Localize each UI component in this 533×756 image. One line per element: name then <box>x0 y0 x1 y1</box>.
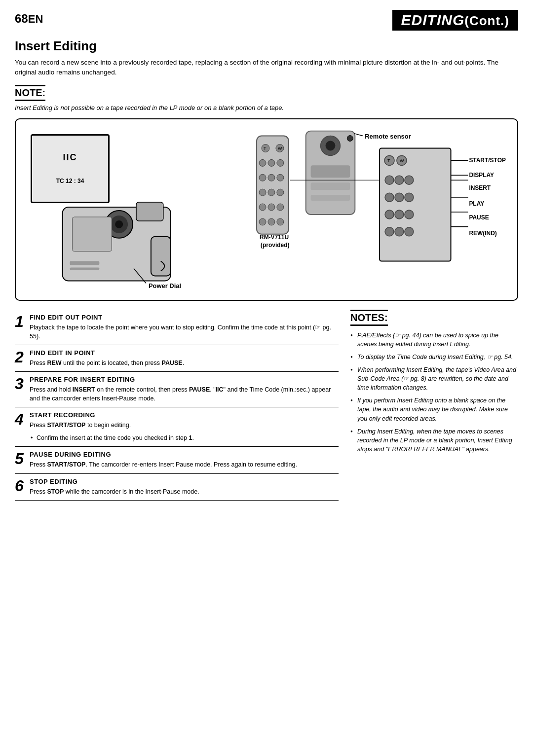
svg-rect-8 <box>73 216 112 251</box>
steps-column: 1 FIND EDIT OUT POINT Playback the tape … <box>15 310 339 502</box>
page-number: 68EN <box>15 10 43 36</box>
svg-text:W: W <box>278 146 282 151</box>
svg-text:INSERT: INSERT <box>469 184 491 191</box>
step-2-title: FIND EDIT IN POINT <box>30 349 339 357</box>
svg-point-47 <box>405 176 414 184</box>
svg-text:W: W <box>400 158 404 163</box>
page-header: 68EN EDITING(Cont.) <box>15 10 518 36</box>
step-2: 2 FIND EDIT IN POINT Press REW until the… <box>15 349 339 372</box>
note-label: NOTE: <box>15 85 45 101</box>
step-1-text: Playback the tape to locate the point wh… <box>30 323 339 341</box>
notes-column: NOTES: P.AE/Effects (☞ pg. 44) can be us… <box>350 310 518 502</box>
step-3: 3 PREPARE FOR INSERT EDITING Press and h… <box>15 376 339 407</box>
step-6-content: STOP EDITING Press STOP while the camcor… <box>30 478 339 496</box>
note-section: NOTE: Insert Editing is not possible on … <box>15 85 518 111</box>
notes-label: NOTES: <box>350 310 388 326</box>
step-5-content: PAUSE DURING EDITING Press START/STOP. T… <box>30 451 339 469</box>
svg-point-3 <box>115 220 123 228</box>
svg-point-46 <box>395 176 404 184</box>
svg-text:Remote sensor: Remote sensor <box>365 132 411 140</box>
section-title: Insert Editing <box>15 38 518 54</box>
svg-text:(provided): (provided) <box>261 241 289 248</box>
svg-point-49 <box>395 193 404 202</box>
note-3: When performing Insert Editing, the tape… <box>350 365 518 392</box>
svg-point-23 <box>268 189 275 196</box>
svg-point-56 <box>405 227 414 236</box>
svg-point-54 <box>385 227 394 236</box>
note-4: If you perform Insert Editing onto a bla… <box>350 396 518 423</box>
svg-point-20 <box>268 174 275 181</box>
svg-text:START/STOP: START/STOP <box>469 157 506 164</box>
svg-text:T: T <box>387 158 390 163</box>
step-3-num: 3 <box>15 376 26 403</box>
step-2-text: Press REW until the point is located, th… <box>30 359 339 367</box>
step-1-title: FIND EDIT OUT POINT <box>30 314 339 321</box>
svg-point-45 <box>385 176 394 184</box>
step-2-content: FIND EDIT IN POINT Press REW until the p… <box>30 349 339 367</box>
svg-rect-7 <box>70 267 100 270</box>
editing-cont-label: EDITING(Cont.) <box>392 10 518 31</box>
step-3-content: PREPARE FOR INSERT EDITING Press and hol… <box>30 376 339 403</box>
svg-text:DISPLAY: DISPLAY <box>469 172 494 179</box>
step-3-title: PREPARE FOR INSERT EDITING <box>30 376 339 383</box>
svg-text:Power Dial: Power Dial <box>149 282 181 289</box>
step-4-bullet: Confirm the insert at the time code you … <box>30 433 339 442</box>
step-6: 6 STOP EDITING Press STOP while the camc… <box>15 478 339 501</box>
svg-text:PLAY: PLAY <box>469 200 484 207</box>
step-4: 4 START RECORDING Press START/STOP to be… <box>15 411 339 447</box>
svg-point-29 <box>268 218 275 225</box>
svg-text:REW(IND): REW(IND) <box>469 229 496 236</box>
svg-point-22 <box>259 189 266 196</box>
step-4-num: 4 <box>15 411 26 442</box>
step-5-text: Press START/STOP. The camcorder re-enter… <box>30 460 339 469</box>
note-5: During Insert Editing, when the tape mov… <box>350 427 518 454</box>
svg-point-48 <box>385 193 394 202</box>
svg-point-17 <box>268 159 275 166</box>
svg-point-30 <box>277 218 284 225</box>
intro-text: You can record a new scene into a previo… <box>15 58 518 78</box>
svg-point-52 <box>395 210 404 218</box>
svg-text:T: T <box>264 146 266 151</box>
svg-rect-34 <box>311 165 350 178</box>
svg-point-28 <box>259 218 266 225</box>
step-4-content: START RECORDING Press START/STOP to begi… <box>30 411 339 442</box>
svg-rect-5 <box>151 236 171 276</box>
svg-rect-36 <box>311 195 350 201</box>
svg-point-53 <box>405 210 414 218</box>
svg-rect-4 <box>136 202 163 221</box>
note-italic-text: Insert Editing is not possible on a tape… <box>15 104 518 111</box>
svg-point-37 <box>347 135 353 141</box>
step-6-num: 6 <box>15 478 26 496</box>
step-2-num: 2 <box>15 349 26 367</box>
step-6-text: Press STOP while the camcorder is in the… <box>30 487 339 496</box>
step-1-content: FIND EDIT OUT POINT Playback the tape to… <box>30 314 339 341</box>
svg-point-25 <box>259 204 266 211</box>
content-area: 1 FIND EDIT OUT POINT Playback the tape … <box>15 310 518 502</box>
svg-text:RM-V711U: RM-V711U <box>260 233 289 240</box>
svg-point-55 <box>395 227 404 236</box>
svg-point-27 <box>277 204 284 211</box>
diagram-svg: Power Dial T W <box>16 119 517 300</box>
svg-point-24 <box>277 189 284 196</box>
step-4-text: Press START/STOP to begin editing. <box>30 421 339 430</box>
svg-rect-6 <box>70 261 100 265</box>
svg-text:PAUSE: PAUSE <box>469 214 489 220</box>
svg-point-33 <box>326 141 336 150</box>
svg-point-19 <box>259 174 266 181</box>
step-4-title: START RECORDING <box>30 411 339 419</box>
note-2: To display the Time Code during Insert E… <box>350 353 518 361</box>
svg-point-50 <box>405 193 414 202</box>
svg-point-51 <box>385 210 394 218</box>
step-5: 5 PAUSE DURING EDITING Press START/STOP.… <box>15 451 339 473</box>
svg-point-26 <box>268 204 275 211</box>
svg-rect-35 <box>311 182 350 190</box>
step-5-title: PAUSE DURING EDITING <box>30 451 339 458</box>
step-1: 1 FIND EDIT OUT POINT Playback the tape … <box>15 314 339 345</box>
svg-point-21 <box>277 174 284 181</box>
step-1-num: 1 <box>15 314 26 341</box>
step-3-text: Press and hold INSERT on the remote cont… <box>30 385 339 403</box>
svg-point-16 <box>259 159 266 166</box>
note-1: P.AE/Effects (☞ pg. 44) can be used to s… <box>350 331 518 349</box>
diagram-box: IIC TC 12 : 34 Power Dial <box>15 118 518 301</box>
step-6-title: STOP EDITING <box>30 478 339 485</box>
